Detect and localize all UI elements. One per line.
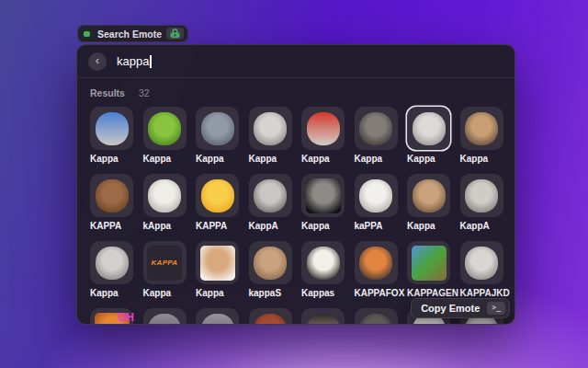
emote-cell[interactable]: Kappa: [196, 241, 239, 298]
emote-tile: [460, 241, 503, 284]
emote-cell[interactable]: Kappa: [407, 107, 450, 164]
kappa-man-face-image: [465, 112, 498, 145]
emote-cell[interactable]: Kappa: [249, 107, 292, 164]
enter-key-hint: >_: [487, 302, 505, 315]
mona-lisa-gray-image: [254, 179, 287, 213]
bald-man-face-image: [413, 179, 446, 213]
back-button[interactable]: ‹: [88, 52, 107, 71]
emote-cell[interactable]: kaPPA: [355, 174, 398, 231]
emote-cell[interactable]: KAPPA Kappa: [143, 241, 187, 298]
emote-grid: Kappa Kappa Kappa Kappa Kappa Kappa: [90, 107, 502, 325]
emote-cell[interactable]: kappaS: [249, 241, 292, 298]
emote-label: Kappa: [143, 154, 187, 164]
emote-tile: [196, 241, 239, 284]
emote-label: KAPPAFOX: [355, 288, 398, 298]
emote-label: Kappa: [249, 154, 292, 164]
kappa-classic-face-image: [254, 112, 287, 145]
kappa-wood-bust-image: [96, 179, 129, 213]
emote-tile: [301, 308, 345, 325]
emote-cell[interactable]: [196, 308, 239, 325]
gray-profile-face-image: [465, 247, 498, 280]
emote-label: Kappas: [301, 288, 345, 298]
emote-tile: [196, 174, 239, 217]
emote-tile: KAPPA: [143, 241, 187, 284]
emote-label: kAppa: [143, 221, 187, 231]
emote-label: Kappa: [301, 221, 345, 231]
emote-tile: [460, 174, 503, 217]
emote-cell[interactable]: OH: [90, 308, 133, 325]
emote-cell[interactable]: KappA: [460, 174, 503, 231]
kappa-classic-face-image: [413, 112, 446, 145]
emote-cell[interactable]: Kappa: [90, 241, 133, 298]
text-caret: [150, 55, 152, 68]
gray-cap-logo-image: [201, 314, 234, 326]
fox-face-image: [359, 247, 392, 280]
copy-emote-action[interactable]: Copy Emote >_: [411, 298, 510, 318]
command-title: Search Emote: [97, 29, 162, 40]
emote-cell[interactable]: KAPPAFOX: [355, 241, 398, 298]
emote-overlay-text: OH: [118, 311, 134, 324]
emote-cell[interactable]: kAppa: [143, 174, 187, 231]
emote-cell[interactable]: Kappa: [301, 107, 345, 164]
emote-cell[interactable]: Kappas: [301, 241, 345, 298]
results-count: 32: [139, 87, 150, 98]
emote-label: Kappa: [355, 154, 398, 164]
kappa-blue-cap-image: [96, 112, 129, 145]
gray-beanie-image: [148, 314, 181, 326]
emote-label: kappaS: [249, 288, 292, 298]
white-bird-creature-image: [359, 179, 392, 213]
emote-cell[interactable]: Kappa: [460, 107, 503, 164]
emote-tile: [90, 241, 133, 284]
emote-cell[interactable]: [301, 308, 345, 325]
emote-tile: [407, 241, 450, 284]
emote-tile: [196, 308, 239, 325]
emote-cell[interactable]: [355, 308, 398, 325]
search-query-text: kappa: [117, 54, 149, 68]
emote-label: KAPPA: [90, 221, 133, 231]
emote-tile: [143, 107, 187, 150]
emote-cell[interactable]: Kappa: [407, 174, 450, 231]
kappa-statue-image: [201, 112, 234, 145]
emote-tile: [301, 107, 345, 150]
emote-tile: [249, 174, 292, 217]
emote-cell[interactable]: KAPPAGEN: [407, 241, 450, 298]
emote-tile: [249, 308, 292, 325]
emote-cell[interactable]: KAPPAJKD: [460, 241, 503, 298]
emote-tile: [90, 174, 133, 217]
emote-label: KAPPAJKD: [460, 288, 503, 298]
emote-cell[interactable]: Kappa: [143, 107, 187, 164]
emote-label: KAPPAGEN: [407, 288, 450, 298]
dark-wavy-hair-image: [359, 314, 392, 326]
emote-tile: [460, 107, 503, 150]
blurry-face-image: [254, 247, 287, 280]
emote-label: Kappa: [143, 288, 187, 298]
desktop-background: Search Emote ‹ kappa Results 32: [0, 0, 588, 368]
emote-label: Kappa: [460, 154, 503, 164]
emote-tile: [90, 107, 133, 150]
chevron-left-icon: ‹: [96, 54, 99, 66]
green-lock-icon: [169, 29, 181, 39]
kappa-collage-image: [412, 246, 447, 281]
emote-cell[interactable]: KAPPA: [90, 174, 133, 231]
emote-label: Kappa: [90, 288, 133, 298]
emote-cell[interactable]: [143, 308, 187, 325]
emote-cell[interactable]: Kappa: [301, 174, 345, 231]
gray-man-face-image: [465, 179, 498, 213]
emote-cell[interactable]: Kappa: [355, 107, 398, 164]
kappa-black-bg-image: [306, 178, 341, 213]
launcher-pill[interactable]: Search Emote: [77, 25, 188, 42]
emote-cell[interactable]: KAPPA: [196, 174, 239, 231]
kappa-beard-man-image: [359, 112, 392, 145]
emote-cell[interactable]: Kappa: [90, 107, 133, 164]
emote-cell[interactable]: KappA: [249, 174, 292, 231]
emote-tile: [249, 107, 292, 150]
emote-cell[interactable]: [249, 308, 292, 325]
emote-tile: OH: [90, 308, 133, 325]
emote-cell[interactable]: Kappa: [196, 107, 239, 164]
emote-tile: [301, 241, 345, 284]
emote-label: Kappa: [301, 154, 345, 164]
search-input[interactable]: kappa: [117, 54, 152, 68]
emote-label: Kappa: [407, 154, 450, 164]
emote-label: Kappa: [407, 221, 450, 231]
penguin-image: [307, 247, 340, 280]
